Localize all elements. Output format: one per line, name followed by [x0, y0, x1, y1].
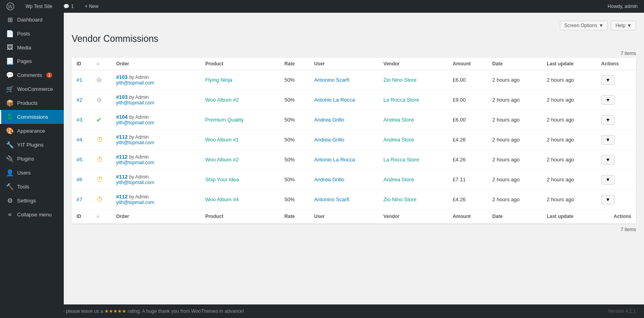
- sidebar-item-label: WooCommerce: [17, 86, 53, 92]
- cell-status: ✔: [92, 110, 112, 130]
- order-email-link[interactable]: yith@topmail.com: [116, 120, 196, 126]
- cell-lastupdate: 2 hours ago: [542, 90, 597, 110]
- vendor-link[interactable]: Andrea Store: [383, 117, 414, 123]
- sidebar-item-collapse[interactable]: « Collapse menu: [0, 208, 64, 221]
- product-link[interactable]: Woo Album #2: [205, 97, 239, 103]
- sidebar-item-yit-plugins[interactable]: 🔧 YIT Plugins: [0, 138, 64, 152]
- col-header-rate[interactable]: Rate: [280, 58, 310, 70]
- product-link[interactable]: Ship Your Idea: [205, 177, 239, 183]
- order-email-link[interactable]: yith@topmail.com: [116, 180, 196, 185]
- order-number-link[interactable]: #103: [116, 94, 128, 100]
- order-email-link[interactable]: yith@topmail.com: [116, 160, 196, 165]
- footer-col-order: Order: [111, 210, 200, 224]
- col-header-id[interactable]: ID: [72, 58, 92, 70]
- wp-logo-home[interactable]: W: [4, 0, 17, 13]
- sidebar-item-dashboard[interactable]: ⊞ Dashboard: [0, 13, 64, 27]
- col-header-order[interactable]: Order: [111, 58, 200, 70]
- user-link[interactable]: Andrea Grillo: [314, 137, 344, 143]
- actions-dropdown-icon: ▼: [606, 97, 611, 103]
- actions-button[interactable]: ▼: [601, 175, 615, 185]
- col-header-lastupdate[interactable]: Last update: [542, 58, 597, 70]
- col-header-date[interactable]: Date: [487, 58, 542, 70]
- col-header-user[interactable]: User: [309, 58, 379, 70]
- sidebar-item-pages[interactable]: 📃 Pages: [0, 54, 64, 68]
- product-link[interactable]: Flying Ninja: [205, 77, 232, 83]
- order-email-link[interactable]: yith@topmail.com: [116, 200, 196, 205]
- footer-col-date: Date: [487, 210, 542, 224]
- actions-button[interactable]: ▼: [601, 195, 615, 204]
- commission-id-link[interactable]: #3: [77, 117, 82, 123]
- cell-product: Woo Album #1: [200, 130, 280, 150]
- vendor-link[interactable]: La Rocca Store: [383, 157, 419, 163]
- order-number-link[interactable]: #103: [116, 74, 128, 80]
- screen-options-button[interactable]: Screen Options ▼: [560, 21, 608, 30]
- sidebar-item-media[interactable]: 🖼 Media: [0, 41, 64, 54]
- col-header-product[interactable]: Product: [200, 58, 280, 70]
- sidebar-item-products[interactable]: 📦 Products: [0, 96, 64, 110]
- sidebar-item-commissions[interactable]: 💲 Commissions: [0, 110, 64, 124]
- vendor-link[interactable]: Zio Nino Store: [383, 77, 416, 83]
- howdy-user[interactable]: Howdy, admin: [605, 0, 640, 13]
- order-email-link[interactable]: yith@topmail.com: [116, 80, 196, 86]
- user-link[interactable]: Antonio La Rocca: [314, 157, 355, 163]
- product-link[interactable]: Premium Quality: [205, 117, 243, 123]
- commission-id-link[interactable]: #4: [77, 137, 82, 143]
- order-email-link[interactable]: yith@topmail.com: [116, 140, 196, 145]
- sidebar-item-users[interactable]: 👤 Users: [0, 166, 64, 180]
- cell-order: #112 by Admin yith@topmail.com: [111, 150, 200, 170]
- user-link[interactable]: Andrea Grillo: [314, 117, 344, 123]
- site-name[interactable]: Wp Test Site: [23, 0, 55, 13]
- user-link[interactable]: Antonino Scarfì: [314, 77, 349, 83]
- order-number-link[interactable]: #112: [116, 194, 128, 200]
- commission-id-link[interactable]: #5: [77, 157, 82, 163]
- user-link[interactable]: Antonio La Rocca: [314, 97, 355, 103]
- order-number-link[interactable]: #104: [116, 114, 128, 120]
- cell-date: 2 hours ago: [487, 90, 542, 110]
- actions-button[interactable]: ▼: [601, 135, 615, 145]
- order-number-link[interactable]: #112: [116, 154, 128, 160]
- vendor-link[interactable]: La Rocca Store: [383, 97, 419, 103]
- col-header-amount[interactable]: Amount: [448, 58, 487, 70]
- cell-amount: £6.00: [448, 70, 487, 90]
- order-number-link[interactable]: #112: [116, 174, 128, 180]
- sidebar-item-settings[interactable]: ⚙ Settings: [0, 194, 64, 208]
- sidebar-item-posts[interactable]: 📄 Posts: [0, 27, 64, 41]
- actions-button[interactable]: ▼: [601, 75, 615, 85]
- comments-link[interactable]: 💬 1: [61, 0, 76, 13]
- vendor-link[interactable]: Andrea Store: [383, 137, 414, 143]
- product-link[interactable]: Woo Album #4: [205, 196, 239, 202]
- actions-button[interactable]: ▼: [601, 95, 615, 105]
- sidebar-item-plugins[interactable]: 🔌 Plugins: [0, 152, 64, 166]
- cell-product: Flying Ninja: [200, 70, 280, 90]
- new-content-button[interactable]: + New: [82, 0, 101, 13]
- vendor-link[interactable]: Zio Nino Store: [383, 196, 416, 202]
- footer-middle: please leave us a: [66, 308, 103, 314]
- help-button[interactable]: Help ▼: [611, 21, 636, 30]
- actions-dropdown-icon: ▼: [606, 137, 611, 143]
- sidebar-item-tools[interactable]: 🔨 Tools: [0, 180, 64, 194]
- footer-col-product: Product: [200, 210, 280, 224]
- commission-id-link[interactable]: #1: [77, 77, 82, 83]
- cell-order: #104 by Admin yith@topmail.com: [111, 110, 200, 130]
- commission-id-link[interactable]: #6: [77, 177, 82, 183]
- commission-id-link[interactable]: #2: [77, 97, 82, 103]
- cell-actions: ▼: [597, 130, 636, 150]
- product-link[interactable]: Woo Album #2: [205, 157, 239, 163]
- svg-text:W: W: [8, 4, 13, 10]
- order-number-link[interactable]: #112: [116, 134, 128, 140]
- footer-suffix: rating. A huge thank you from WooThemes …: [128, 308, 244, 314]
- order-email-link[interactable]: yith@topmail.com: [116, 100, 196, 106]
- user-link[interactable]: Andrea Grillo: [314, 177, 344, 183]
- sidebar-item-woocommerce[interactable]: 🛒 WooCommerce: [0, 82, 64, 96]
- actions-button[interactable]: ▼: [601, 115, 615, 125]
- vendor-link[interactable]: Andrea Store: [383, 177, 414, 183]
- sidebar-item-comments[interactable]: 💬 Comments 1: [0, 68, 64, 82]
- actions-button[interactable]: ▼: [601, 155, 615, 165]
- sidebar-item-appearance[interactable]: 🎨 Appearance: [0, 124, 64, 138]
- user-link[interactable]: Antonino Scarfì: [314, 196, 349, 202]
- col-header-check: ○: [92, 58, 112, 70]
- commission-id-link[interactable]: #7: [77, 196, 82, 202]
- col-header-vendor[interactable]: Vendor: [379, 58, 448, 70]
- product-link[interactable]: Woo Album #1: [205, 137, 239, 143]
- status-icon: ⏱: [96, 176, 103, 183]
